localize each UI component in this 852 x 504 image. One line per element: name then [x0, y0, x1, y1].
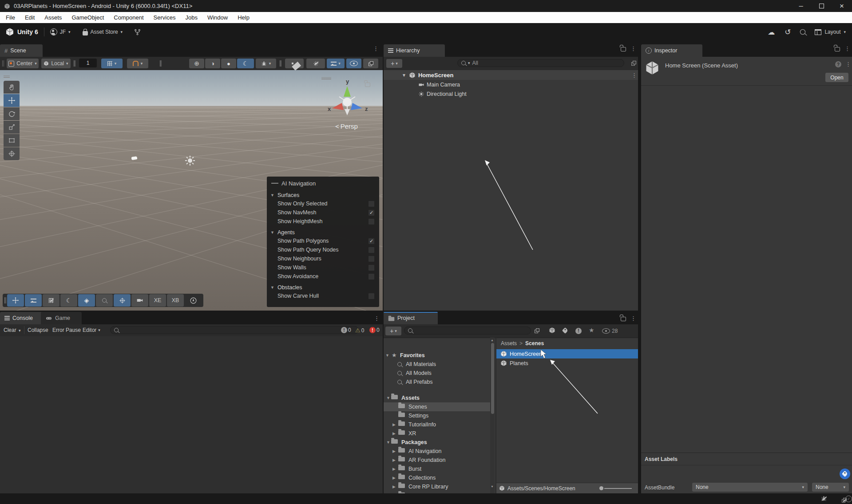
layers-button[interactable] — [363, 59, 378, 68]
info-count-toggle[interactable]: ! 0 — [341, 327, 351, 333]
project-tree-row-collections[interactable]: ▶Collections — [384, 473, 490, 482]
ainav-item-show-neighbours[interactable]: Show Neighbours — [267, 254, 379, 263]
menu-item-services[interactable]: Services — [149, 12, 181, 23]
project-tree-row-packages[interactable]: ▼Packages — [384, 438, 490, 447]
lighting-toggle[interactable]: ☾ — [237, 59, 254, 68]
audio-muted-toggle[interactable] — [285, 59, 304, 68]
drag-handle[interactable] — [160, 60, 162, 67]
checkbox[interactable]: ✓ — [368, 238, 375, 244]
transform-tool[interactable] — [4, 147, 20, 160]
scrollbar-thumb[interactable] — [491, 343, 494, 414]
search-by-importance-icon[interactable]: ! — [575, 327, 582, 334]
lock-icon[interactable] — [621, 317, 626, 321]
overlay-tool-settings-button[interactable] — [25, 294, 42, 307]
lock-icon[interactable] — [621, 47, 626, 51]
shaded-wireframe-toggle[interactable]: ⊕ — [189, 59, 204, 68]
visibility-count[interactable]: 28 — [602, 328, 618, 334]
history-icon[interactable]: ↺ — [785, 28, 791, 37]
project-tree-row-tutorialinfo[interactable]: ▶TutorialInfo — [384, 420, 490, 429]
account-menu[interactable]: JF ▾ — [50, 28, 71, 35]
shading-mode-toggle[interactable]: ◑ — [205, 59, 220, 68]
overlay-xb-button[interactable]: XB — [167, 294, 184, 307]
projection-mode[interactable]: < Persp — [335, 122, 358, 130]
collapse-button[interactable]: Collapse — [28, 327, 48, 333]
move-tool[interactable] — [4, 94, 20, 107]
skybox-toggle[interactable]: ● — [221, 59, 236, 68]
error-pause-button[interactable]: Error Pause — [52, 327, 81, 333]
checkbox[interactable] — [368, 256, 375, 262]
scale-tool[interactable] — [4, 121, 20, 134]
project-file-homescreen[interactable]: HomeScreen — [496, 349, 638, 358]
rotate-tool[interactable] — [4, 107, 20, 120]
rect-tool[interactable] — [4, 134, 20, 147]
menu-item-assets[interactable]: Assets — [40, 12, 67, 23]
asset-store-menu[interactable]: Asset Store ▾ — [83, 29, 123, 35]
favorites-filter-icon[interactable]: ★ — [589, 327, 594, 334]
foldout-closed-icon[interactable]: ▶ — [392, 467, 396, 471]
ainav-item-show-heightmesh[interactable]: Show HeightMesh — [267, 217, 379, 226]
console-log-area[interactable] — [0, 336, 383, 493]
drag-handle[interactable] — [4, 297, 6, 303]
lock-icon[interactable] — [835, 47, 840, 51]
project-tree-row-ar-foundation[interactable]: ▶AR Foundation — [384, 456, 490, 465]
tab-scene[interactable]: # Scene — [0, 44, 43, 57]
open-search-icon[interactable] — [631, 61, 636, 67]
ainav-section-agents[interactable]: ▼Agents — [267, 226, 379, 236]
menu-item-edit[interactable]: Edit — [20, 12, 40, 23]
ainav-item-show-only-selected[interactable]: Show Only Selected — [267, 199, 379, 208]
overlay-grid-button[interactable] — [43, 294, 59, 307]
cloud-icon[interactable]: ☁ — [768, 28, 775, 36]
overlay-ai-navigation-button[interactable]: ◈ — [78, 294, 95, 307]
overlay-lighting-button[interactable]: ☾ — [60, 294, 77, 307]
checkbox[interactable] — [368, 218, 375, 225]
foldout-closed-icon[interactable]: ▶ — [392, 422, 396, 427]
ainav-item-show-carve-hull[interactable]: Show Carve Hull — [267, 291, 379, 300]
error-count-toggle[interactable]: ! 0 — [369, 327, 380, 333]
hierarchy-row-directional-light[interactable]: Directional Light — [384, 89, 638, 98]
breadcrumb-scenes[interactable]: Scenes — [525, 340, 544, 346]
zoom-slider-knob[interactable] — [599, 486, 603, 490]
effects-muted-toggle[interactable] — [306, 59, 325, 68]
menu-item-window[interactable]: Window — [202, 12, 233, 23]
ainav-item-show-path-query-nodes[interactable]: Show Path Query Nodes — [267, 245, 379, 254]
drag-handle[interactable] — [271, 183, 278, 185]
clear-button[interactable]: Clear — [4, 327, 16, 333]
assetbundle-variant-select[interactable]: None ▾ — [812, 483, 849, 492]
project-tree-row-favorites[interactable]: ▼★Favorites — [384, 351, 490, 360]
scene-viewport[interactable]: y x z < Persp AI Navigation ▼SurfacesSho… — [0, 70, 383, 311]
minimize-button[interactable]: ─ — [791, 0, 811, 12]
scroll-down-icon[interactable]: ▼ — [491, 485, 494, 488]
gizmo-lock-icon[interactable] — [365, 83, 370, 87]
version-control-icon[interactable] — [134, 28, 141, 36]
overlay-compass-button[interactable] — [185, 294, 202, 307]
directional-light-gizmo[interactable] — [184, 154, 196, 167]
menu-item-file[interactable]: File — [1, 12, 20, 23]
fx-dropdown-button[interactable]: ▾ — [327, 59, 345, 68]
tab-game[interactable]: Game — [41, 312, 82, 324]
ainav-section-obstacles[interactable]: ▼Obstacles — [267, 281, 379, 291]
menu-item-component[interactable]: Component — [109, 12, 148, 23]
overlay-move-button[interactable] — [7, 294, 24, 307]
project-tree-row-all-materials[interactable]: All Materials — [384, 360, 490, 369]
foldout-closed-icon[interactable]: ▶ — [392, 484, 396, 489]
overlay-camera-button[interactable] — [131, 294, 148, 307]
open-search-window-icon[interactable] — [535, 328, 539, 335]
overlay-xe-button[interactable]: XE — [149, 294, 166, 307]
project-tree-row-ai-navigation[interactable]: ▶AI Navigation — [384, 447, 490, 456]
editor-dropdown[interactable]: Editor ▾ — [83, 327, 100, 333]
search-icon[interactable] — [800, 29, 806, 35]
console-kebab-icon[interactable]: ⋮ — [374, 315, 380, 322]
hierarchy-root-row[interactable]: ▼ HomeScreen ⋮ — [384, 70, 638, 80]
foldout-open-icon[interactable]: ▼ — [385, 353, 389, 358]
project-file-planets[interactable]: Planets — [496, 358, 638, 368]
ainav-item-show-avoidance[interactable]: Show Avoidance — [267, 272, 379, 281]
grid-size-input[interactable]: 1 — [79, 59, 97, 67]
ainav-item-show-path-polygons[interactable]: Show Path Polygons✓ — [267, 236, 379, 245]
project-tree-row-burst[interactable]: ▶Burst — [384, 465, 490, 473]
breadcrumb-assets[interactable]: Assets — [501, 340, 517, 346]
checkbox[interactable] — [368, 293, 375, 299]
project-tree-row-all-models[interactable]: All Models — [384, 369, 490, 378]
layout-menu[interactable]: Layout ▾ — [815, 29, 846, 35]
hierarchy-search-input[interactable]: ▾ All — [457, 59, 624, 67]
project-tree-scrollbar[interactable]: ▲ ▼ — [490, 338, 495, 493]
